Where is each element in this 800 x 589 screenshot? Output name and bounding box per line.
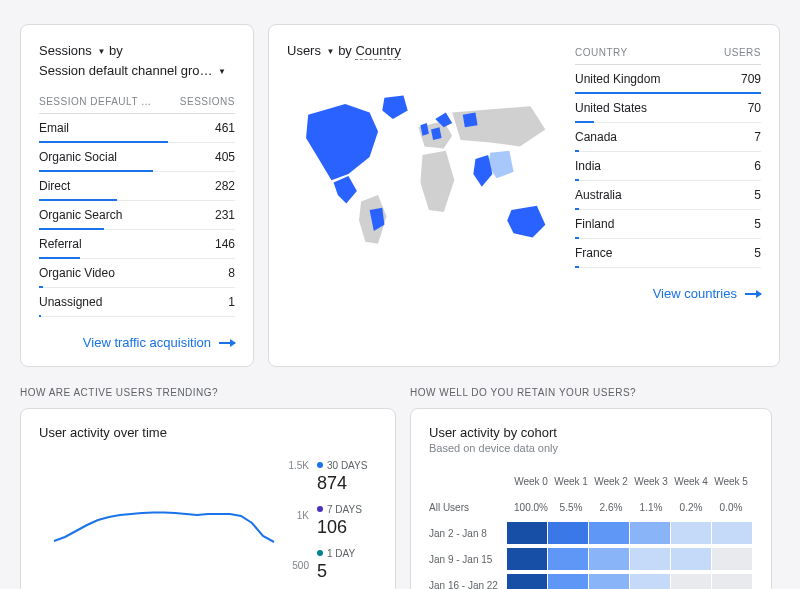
section-heading: HOW ARE ACTIVE USERS TRENDING? (20, 387, 396, 398)
table-row[interactable]: France5 (575, 239, 761, 268)
metric-dropdown[interactable]: Sessions ▼ (39, 43, 105, 58)
table-row[interactable]: United Kingdom709 (575, 65, 761, 94)
table-header: COUNTRYUSERS (575, 41, 761, 65)
arrow-right-icon (219, 342, 235, 344)
metric-dropdown[interactable]: Users ▼ (287, 43, 335, 58)
chevron-down-icon: ▼ (218, 67, 226, 76)
table-row[interactable]: Australia5 (575, 181, 761, 210)
table-row[interactable]: Unassigned1 (39, 288, 235, 317)
table-row[interactable]: Email461 (39, 114, 235, 143)
trend-card: User activity over time 1.5K 1K 500 30 D… (20, 408, 396, 589)
dimension-dropdown[interactable]: Session default channel gro… ▼ (39, 63, 226, 78)
cohort-row: Jan 2 - Jan 8 (429, 520, 753, 546)
world-map[interactable] (287, 85, 562, 265)
table-header: SESSION DEFAULT …SESSIONS (39, 90, 235, 114)
traffic-header: Sessions ▼ by Session default channel gr… (39, 41, 235, 80)
chevron-down-icon: ▼ (327, 47, 335, 56)
geo-card: Users ▼ by Country (268, 24, 780, 367)
table-row[interactable]: Organic Search231 (39, 201, 235, 230)
table-row[interactable]: India6 (575, 152, 761, 181)
cohort-row: Jan 9 - Jan 15 (429, 546, 753, 572)
table-row[interactable]: Organic Social405 (39, 143, 235, 172)
legend-item: 30 DAYS874 (317, 460, 377, 494)
view-traffic-link[interactable]: View traffic acquisition (39, 335, 235, 350)
chart-title: User activity over time (39, 425, 377, 440)
table-row[interactable]: Referral146 (39, 230, 235, 259)
dimension-dropdown[interactable]: Country (355, 43, 401, 60)
table-row[interactable]: Organic Video8 (39, 259, 235, 288)
cohort-table: Week 0Week 1Week 2Week 3Week 4Week 5 All… (429, 468, 753, 589)
retention-card: User activity by cohort Based on device … (410, 408, 772, 589)
table-row[interactable]: Direct282 (39, 172, 235, 201)
cohort-row: Jan 16 - Jan 22 (429, 572, 753, 589)
activity-chart[interactable]: 1.5K 1K 500 (39, 460, 309, 589)
legend-item: 1 DAY5 (317, 548, 377, 582)
table-row[interactable]: United States70 (575, 94, 761, 123)
chevron-down-icon: ▼ (97, 47, 105, 56)
table-row[interactable]: Canada7 (575, 123, 761, 152)
chart-subtitle: Based on device data only (429, 442, 753, 454)
geo-header: Users ▼ by Country (287, 41, 565, 61)
legend-item: 7 DAYS106 (317, 504, 377, 538)
traffic-card: Sessions ▼ by Session default channel gr… (20, 24, 254, 367)
chart-title: User activity by cohort (429, 425, 753, 440)
view-countries-link[interactable]: View countries (287, 286, 761, 301)
section-heading: HOW WELL DO YOU RETAIN YOUR USERS? (410, 387, 780, 398)
arrow-right-icon (745, 293, 761, 295)
table-row[interactable]: Finland5 (575, 210, 761, 239)
